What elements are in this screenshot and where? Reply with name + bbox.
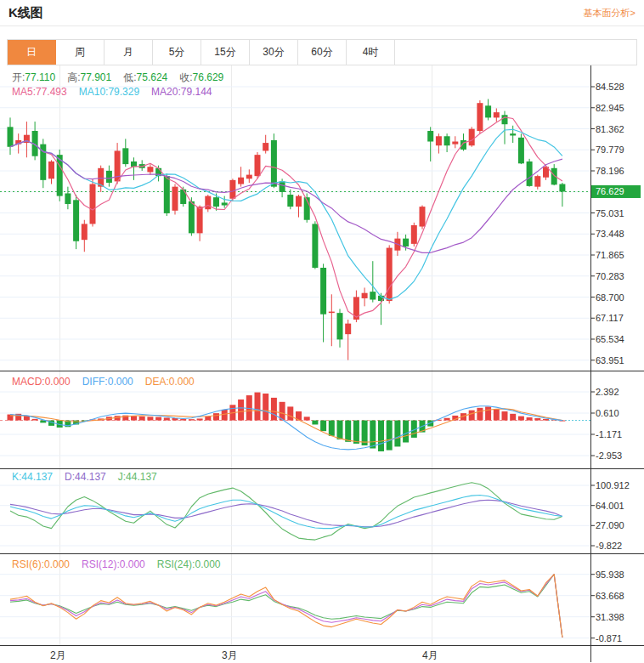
j-line — [10, 483, 562, 540]
tab-30min[interactable]: 30分 — [250, 40, 298, 65]
candle-body — [534, 176, 540, 187]
candle-body — [502, 115, 508, 124]
kdj-panel: 100.91264.00127.090-9.822 K:44.137D:44.1… — [0, 468, 644, 553]
candle-body — [229, 180, 235, 199]
y-axis-label: 67.117 — [596, 313, 624, 323]
tab-month[interactable]: 月 — [105, 40, 153, 65]
macd-chart-canvas[interactable]: 2.3920.610-1.171-2.953 — [0, 371, 644, 468]
candle-body — [287, 195, 293, 207]
candle-body — [494, 112, 500, 117]
y-axis-label: 82.945 — [596, 103, 624, 113]
y-axis-label: 31.398 — [596, 612, 624, 622]
macd-bar — [502, 411, 508, 421]
candles-layer — [8, 99, 566, 360]
y-axis-label: -1.171 — [596, 429, 622, 439]
y-axis-label: 63.951 — [596, 355, 624, 366]
candle-body — [370, 292, 376, 299]
macd-bar — [189, 419, 195, 420]
macd-bar — [444, 418, 450, 421]
main-chart-panel: 84.52882.94581.36279.77978.19675.03173.4… — [0, 65, 644, 371]
macd-bar — [387, 421, 393, 450]
tab-15min[interactable]: 15分 — [201, 40, 250, 65]
macd-bar — [329, 421, 335, 436]
candle-body — [362, 293, 368, 298]
macd-bar — [477, 408, 483, 421]
candle-body — [312, 224, 318, 268]
y-axis-label: -0.871 — [596, 633, 622, 643]
candle-body — [106, 171, 112, 183]
y-axis-label: 64.001 — [596, 501, 624, 511]
macd-bar — [238, 400, 244, 421]
candle-body — [296, 196, 302, 207]
candle-body — [452, 142, 458, 144]
macd-bar — [345, 421, 351, 442]
interval-tab-bar: 日周月5分15分30分60分4时 — [7, 39, 637, 65]
candle-body — [510, 133, 516, 135]
y-axis-label: 0.610 — [596, 408, 619, 418]
macd-bar — [494, 409, 500, 420]
macd-bar — [518, 416, 524, 421]
candle-body — [65, 193, 71, 204]
macd-bar — [255, 393, 261, 421]
candle-body — [280, 181, 285, 192]
kdj-chart-canvas[interactable]: 100.91264.00127.090-9.822 — [0, 468, 644, 553]
tab-5min[interactable]: 5分 — [153, 40, 201, 65]
macd-bar — [403, 421, 409, 443]
tab-week[interactable]: 周 — [56, 40, 105, 65]
macd-bar — [370, 421, 376, 449]
y-axis-label: 68.700 — [596, 292, 624, 303]
candle-body — [263, 143, 268, 150]
x-axis-label: 2月 — [50, 649, 66, 663]
y-axis-label: -9.822 — [596, 541, 622, 551]
tab-4hour[interactable]: 4时 — [347, 40, 395, 65]
y-axis-label: 100.912 — [596, 480, 630, 490]
tab-day[interactable]: 日 — [8, 40, 56, 65]
candle-body — [189, 201, 195, 234]
y-axis-label: 27.090 — [596, 520, 624, 530]
macd-bar — [378, 421, 384, 451]
candle-body — [205, 196, 211, 210]
macd-bar — [312, 421, 318, 425]
candle-body — [122, 148, 128, 164]
fundamental-analysis-link[interactable]: 基本面分析> — [584, 7, 636, 20]
d-line — [10, 500, 562, 526]
tab-60min[interactable]: 60分 — [298, 40, 347, 65]
macd-bar — [394, 421, 400, 447]
candle-body — [337, 313, 343, 339]
y-axis-label: 84.528 — [596, 82, 624, 92]
macd-panel: 2.3920.610-1.171-2.953 MACD:0.000DIFF:0.… — [0, 371, 644, 468]
kline-page: K线图 基本面分析> 日周月5分15分30分60分4时 84.52882.945… — [0, 0, 644, 663]
candle-body — [411, 225, 417, 244]
macd-bar — [469, 411, 475, 421]
candle-body — [271, 140, 277, 187]
macd-bar — [320, 421, 326, 432]
candle-body — [403, 239, 409, 246]
chart-area: 84.52882.94581.36279.77978.19675.03173.4… — [0, 65, 644, 662]
y-axis-label: 73.448 — [596, 229, 624, 239]
candle-body — [82, 224, 88, 240]
candle-body — [345, 324, 351, 335]
y-axis-label: 70.283 — [596, 271, 624, 281]
candle-body — [48, 162, 54, 178]
candle-body — [527, 162, 533, 186]
x-axis-label: 3月 — [222, 649, 238, 663]
macd-bar — [353, 421, 359, 444]
candle-body — [172, 187, 178, 211]
candle-body — [518, 138, 524, 163]
candle-body — [420, 207, 426, 226]
macd-bar — [527, 417, 533, 421]
candle-body — [147, 167, 153, 172]
macd-bar — [222, 410, 228, 421]
candle-body — [8, 127, 14, 146]
candlestick-chart-canvas[interactable]: 84.52882.94581.36279.77978.19675.03173.4… — [0, 65, 644, 371]
macd-bar — [147, 416, 153, 420]
rsi-chart-canvas[interactable]: 95.93863.66831.398-0.871 — [0, 553, 644, 645]
candle-body — [444, 136, 450, 145]
candle-body — [90, 184, 96, 224]
k-line — [10, 496, 562, 529]
x-axis-label: 4月 — [422, 649, 438, 663]
candle-body — [197, 207, 203, 233]
macd-bar — [139, 416, 145, 421]
macd-bar — [337, 421, 343, 439]
macd-bar — [213, 413, 219, 420]
